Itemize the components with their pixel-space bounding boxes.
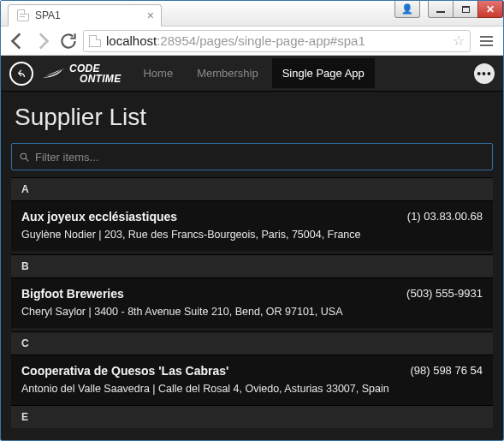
supplier-subtitle: Antonio del Valle Saavedra | Calle del R… [21, 383, 483, 395]
maximize-icon [462, 6, 470, 13]
filter-input[interactable] [35, 151, 485, 164]
supplier-subtitle: Guylène Nodier | 203, Rue des Francs-Bou… [21, 229, 483, 241]
nav-home[interactable]: Home [133, 58, 183, 88]
nav-single-page-app[interactable]: Single Page App [272, 58, 375, 88]
page-title: Supplier List [1, 92, 503, 143]
section-header[interactable]: B [11, 254, 493, 277]
page-favicon-icon [17, 9, 29, 21]
hamburger-icon [480, 40, 493, 42]
browser-back-button[interactable] [6, 30, 28, 52]
supplier-phone: (98) 598 76 54 [410, 364, 483, 377]
logo-text: CODE ONTIME [69, 63, 121, 84]
supplier-list: A Aux joyeux ecclésiastiques (1) 03.83.0… [1, 143, 503, 438]
close-tab-icon[interactable]: × [147, 9, 154, 22]
app-back-button[interactable] [9, 62, 33, 86]
app-logo[interactable]: CODE ONTIME [42, 63, 121, 84]
supplier-phone: (503) 555-9931 [406, 287, 483, 300]
reload-icon [57, 30, 80, 52]
section-header[interactable]: E [11, 405, 493, 428]
browser-tab-title: SPA1 [35, 9, 61, 21]
filter-box[interactable] [11, 143, 493, 170]
arrow-right-icon [32, 30, 54, 52]
browser-menu-button[interactable] [474, 30, 498, 52]
svg-point-0 [21, 153, 27, 159]
close-icon: ✕ [486, 4, 495, 15]
window-titlebar: SPA1 × 👤 ✕ [1, 1, 503, 27]
back-arrow-icon [15, 68, 27, 80]
user-icon: 👤 [401, 3, 413, 15]
arrow-left-icon [6, 30, 28, 52]
list-item[interactable]: Cooperativa de Quesos 'Las Cabras' (98) … [11, 355, 493, 405]
browser-forward-button[interactable] [32, 30, 54, 52]
nav-membership[interactable]: Membership [187, 58, 269, 88]
browser-reload-button[interactable] [57, 30, 80, 52]
section-header[interactable]: C [11, 331, 493, 355]
search-icon [19, 152, 30, 163]
browser-tab[interactable]: SPA1 × [8, 4, 162, 27]
window-minimize-button[interactable] [428, 1, 454, 18]
wing-icon [42, 66, 66, 81]
url-path: :28954/pages/single-page-app#spa1 [157, 33, 365, 48]
supplier-subtitle: Cheryl Saylor | 3400 - 8th Avenue Suite … [21, 306, 483, 318]
window-controls: 👤 ✕ [395, 1, 503, 18]
browser-tabstrip: SPA1 × [1, 1, 162, 27]
window-close-button[interactable]: ✕ [477, 1, 503, 18]
minimize-icon [436, 11, 445, 13]
list-item[interactable]: Aux joyeux ecclésiastiques (1) 03.83.00.… [11, 200, 493, 251]
browser-address-bar[interactable]: localhost:28954/pages/single-page-app#sp… [83, 30, 471, 52]
url-host: localhost [106, 33, 157, 48]
page-icon [89, 35, 101, 47]
app-header: CODE ONTIME Home Membership Single Page … [1, 56, 503, 92]
bookmark-star-icon[interactable]: ☆ [453, 33, 465, 49]
app-nav: Home Membership Single Page App [133, 58, 374, 88]
list-item[interactable]: Bigfoot Breweries (503) 555-9931 Cheryl … [11, 277, 493, 328]
app-more-button[interactable]: ••• [474, 63, 495, 84]
window-maximize-button[interactable] [453, 1, 478, 18]
ellipsis-icon: ••• [477, 67, 492, 80]
logo-line1: CODE [69, 63, 121, 74]
section-header[interactable]: A [11, 177, 493, 200]
logo-line2: ONTIME [80, 74, 121, 84]
browser-toolbar: localhost:28954/pages/single-page-app#sp… [1, 27, 503, 56]
chrome-user-button[interactable]: 👤 [394, 1, 420, 18]
supplier-phone: (1) 03.83.00.68 [407, 210, 483, 223]
app-viewport: CODE ONTIME Home Membership Single Page … [1, 56, 503, 440]
url-text: localhost:28954/pages/single-page-app#sp… [106, 33, 365, 48]
